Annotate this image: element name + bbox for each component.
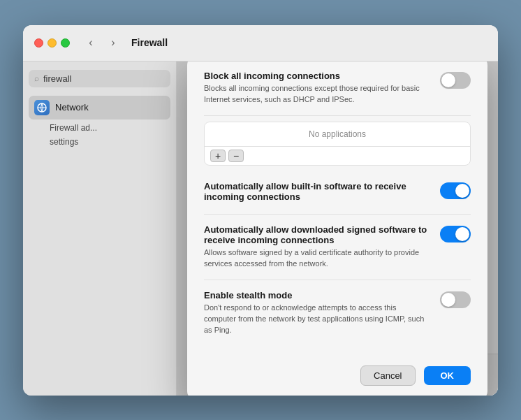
- ok-button[interactable]: OK: [424, 366, 471, 385]
- auto-signed-toggle[interactable]: [440, 226, 471, 242]
- stealth-text: Enable stealth mode Don't respond to or …: [204, 290, 429, 336]
- stealth-desc: Don't respond to or acknowledge attempts…: [204, 303, 429, 336]
- apps-toolbar: + −: [205, 147, 470, 165]
- auto-builtin-toggle-ball: [455, 184, 469, 198]
- auto-signed-row: Automatically allow downloaded signed so…: [204, 215, 471, 280]
- main-window: ‹ › Firewall ⌕ Network: [23, 25, 498, 396]
- forward-button[interactable]: ›: [103, 35, 123, 50]
- main-content: Options... ? Turn firewa... Block: [177, 61, 498, 396]
- sidebar-item-network[interactable]: Network: [29, 96, 170, 120]
- auto-signed-text: Automatically allow downloaded signed so…: [204, 224, 429, 270]
- auto-signed-desc: Allows software signed by a valid certif…: [204, 247, 429, 270]
- add-app-button[interactable]: +: [210, 150, 226, 162]
- stealth-row: Enable stealth mode Don't respond to or …: [204, 280, 471, 346]
- search-input[interactable]: [43, 73, 165, 84]
- sidebar-sub-item-settings[interactable]: settings: [50, 135, 170, 149]
- auto-builtin-text: Automatically allow built-in software to…: [204, 181, 429, 204]
- search-bar: ⌕: [29, 70, 170, 87]
- stealth-toggle[interactable]: [440, 291, 471, 308]
- sidebar: ⌕ Network Firewall ad... settings: [23, 61, 177, 396]
- back-button[interactable]: ‹: [81, 35, 101, 50]
- apps-header: No applications: [205, 122, 470, 147]
- block-all-title: Block all incoming connections: [204, 71, 429, 81]
- block-all-row: Block all incoming connections Blocks al…: [204, 71, 471, 116]
- block-all-text: Block all incoming connections Blocks al…: [204, 71, 429, 106]
- sidebar-network-label: Network: [55, 102, 89, 113]
- stealth-title: Enable stealth mode: [204, 290, 429, 300]
- cancel-button[interactable]: Cancel: [360, 365, 415, 386]
- auto-builtin-toggle[interactable]: [440, 182, 471, 199]
- modal-body: Block all incoming connections Blocks al…: [187, 61, 487, 357]
- network-icon: [34, 100, 50, 115]
- auto-signed-toggle-ball: [455, 227, 469, 241]
- remove-app-button[interactable]: −: [228, 150, 244, 162]
- traffic-lights: [34, 38, 70, 48]
- auto-builtin-row: Automatically allow built-in software to…: [204, 171, 471, 215]
- auto-signed-title: Automatically allow downloaded signed so…: [204, 224, 429, 245]
- maximize-button[interactable]: [61, 38, 70, 48]
- block-all-toggle[interactable]: [440, 72, 471, 89]
- nav-buttons: ‹ ›: [81, 35, 123, 50]
- search-icon: ⌕: [34, 73, 39, 83]
- block-all-desc: Blocks all incoming connections except t…: [204, 83, 429, 106]
- modal-dialog: Block all incoming connections Blocks al…: [187, 61, 487, 396]
- auto-builtin-title: Automatically allow built-in software to…: [204, 181, 429, 202]
- title-bar: ‹ › Firewall: [23, 25, 498, 61]
- block-all-toggle-ball: [441, 73, 455, 87]
- content-area: ⌕ Network Firewall ad... settings: [23, 61, 498, 396]
- sidebar-sub-item-firewall-ad[interactable]: Firewall ad...: [50, 121, 170, 135]
- modal-overlay: Block all incoming connections Blocks al…: [177, 61, 498, 396]
- stealth-toggle-ball: [441, 293, 455, 307]
- modal-footer: Cancel OK: [187, 357, 487, 396]
- close-button[interactable]: [34, 38, 43, 48]
- apps-section: No applications + −: [204, 122, 471, 166]
- window-title: Firewall: [131, 37, 168, 48]
- sidebar-sub-items: Firewall ad... settings: [29, 121, 170, 149]
- minimize-button[interactable]: [47, 38, 57, 48]
